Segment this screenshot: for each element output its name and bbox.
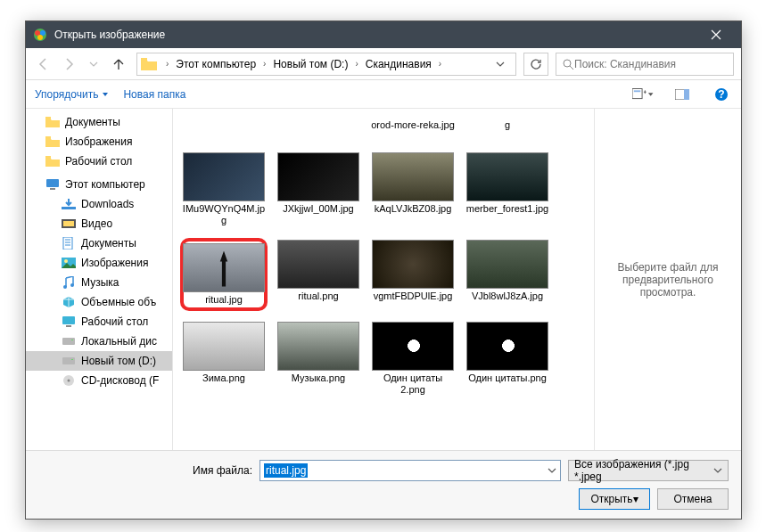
file-name: Один цитаты 2.png: [371, 372, 455, 396]
cancel-button[interactable]: Отмена: [657, 488, 729, 510]
file-thumbnail: [466, 240, 548, 289]
refresh-button[interactable]: [523, 53, 548, 76]
file-name: orod-more-reka.jpg: [371, 119, 455, 131]
filename-dropdown[interactable]: [548, 466, 556, 475]
open-dialog: Открыть изображение › Этот компьютер › Н…: [25, 20, 742, 520]
sidebar-item[interactable]: Новый том (D:): [26, 351, 172, 371]
file-item[interactable]: JXkjjwI_00M.jpg: [275, 151, 362, 228]
breadcrumb-dropdown[interactable]: [489, 60, 512, 69]
svg-point-3: [37, 35, 43, 40]
sidebar[interactable]: ДокументыИзображенияРабочий столЭтот ком…: [26, 109, 173, 450]
open-button[interactable]: Открыть ▾: [579, 488, 650, 510]
sidebar-item[interactable]: Изображения: [26, 253, 172, 273]
sidebar-item[interactable]: Рабочий стол: [26, 151, 172, 171]
preview-pane-button[interactable]: [671, 84, 693, 105]
video-icon: [62, 217, 76, 230]
main: orod-more-reka.jpggIMu9WQYnQ4M.jpgJXkjjw…: [173, 109, 741, 450]
recent-dropdown[interactable]: [83, 53, 104, 75]
svg-rect-4: [141, 58, 147, 61]
svg-rect-13: [45, 136, 51, 139]
file-list[interactable]: orod-more-reka.jpggIMu9WQYnQ4M.jpgJXkjjw…: [173, 109, 594, 450]
filename-label: Имя файла:: [38, 464, 252, 477]
close-button[interactable]: [698, 21, 734, 48]
help-button[interactable]: ?: [711, 84, 732, 105]
folder-icon: [45, 155, 60, 168]
search-input[interactable]: [556, 53, 734, 76]
svg-rect-28: [71, 340, 73, 340]
disk-icon: [62, 355, 76, 367]
sidebar-item[interactable]: Объемные объ: [26, 292, 172, 312]
sidebar-item[interactable]: Видео: [26, 214, 172, 233]
footer: Имя файла: ritual.jpg Все изображения (*…: [26, 450, 741, 519]
folder-icon: [45, 116, 60, 128]
file-thumbnail: [277, 152, 359, 201]
file-item[interactable]: Зима.png: [180, 320, 268, 397]
crumb-drive[interactable]: Новый том (D:): [271, 58, 350, 70]
svg-rect-15: [46, 179, 59, 187]
newfolder-button[interactable]: Новая папка: [123, 88, 185, 101]
file-name: IMu9WQYnQ4M.jpg: [182, 203, 266, 226]
chevron-right-icon: ›: [258, 59, 271, 69]
view-button[interactable]: [632, 84, 654, 105]
file-thumbnail: [372, 240, 454, 289]
chevron-right-icon: ›: [350, 59, 363, 69]
file-thumbnail: [372, 322, 454, 371]
file-item[interactable]: kAqLVJkBZ08.jpg: [369, 151, 457, 228]
downloads-icon: [62, 198, 76, 210]
file-item[interactable]: Один цитаты.png: [464, 320, 551, 397]
svg-rect-9: [684, 89, 689, 100]
sidebar-item-label: Документы: [81, 237, 136, 250]
svg-point-2: [40, 30, 45, 36]
sidebar-item[interactable]: Рабочий стол: [26, 312, 172, 331]
sidebar-item-label: Новый том (D:): [81, 355, 156, 367]
chevron-right-icon: ›: [161, 59, 174, 69]
search-field[interactable]: [574, 58, 728, 70]
back-button[interactable]: [33, 53, 54, 75]
sidebar-item[interactable]: CD-дисковод (F: [26, 371, 172, 390]
sidebar-item[interactable]: Этот компьютер: [26, 175, 172, 194]
sidebar-item[interactable]: Локальный дис: [26, 331, 172, 351]
search-icon: [562, 58, 574, 70]
preview-pane: Выберите файл для предварительного просм…: [594, 109, 741, 450]
filter-select[interactable]: Все изображения (*.jpg *.jpeg: [568, 460, 729, 481]
svg-rect-25: [62, 316, 75, 324]
folder-icon: [45, 135, 60, 148]
sidebar-item-label: Музыка: [81, 276, 119, 289]
organize-button[interactable]: Упорядочить: [35, 88, 109, 101]
file-item[interactable]: merber_forest1.jpg: [464, 151, 551, 228]
titlebar: Открыть изображение: [26, 21, 741, 48]
sidebar-item[interactable]: Downloads: [26, 194, 172, 214]
file-item[interactable]: ritual.jpg: [180, 238, 268, 311]
file-item[interactable]: IMu9WQYnQ4M.jpg: [180, 151, 268, 228]
file-item[interactable]: Один цитаты 2.png: [369, 320, 457, 397]
sidebar-item[interactable]: Изображения: [26, 132, 172, 151]
breadcrumb[interactable]: › Этот компьютер › Новый том (D:) › Скан…: [136, 53, 516, 76]
up-button[interactable]: [108, 53, 129, 75]
docs-icon: [62, 237, 76, 250]
file-item[interactable]: Музыка.png: [275, 320, 362, 397]
svg-rect-19: [63, 221, 74, 226]
filename-input[interactable]: ritual.jpg: [259, 460, 561, 481]
sidebar-item[interactable]: Музыка: [26, 273, 172, 292]
filter-value: Все изображения (*.jpg *.jpeg: [574, 458, 713, 483]
file-item[interactable]: ritual.png: [275, 238, 362, 311]
file-item[interactable]: g: [464, 116, 551, 133]
file-thumbnail: [466, 152, 548, 201]
svg-rect-12: [45, 117, 51, 119]
crumb-pc[interactable]: Этот компьютер: [174, 58, 258, 70]
cd-icon: [62, 374, 76, 387]
app-icon: [33, 28, 47, 42]
sidebar-item[interactable]: Документы: [26, 233, 172, 253]
file-item[interactable]: VJbl8wlJ8zA.jpg: [464, 238, 551, 311]
file-item[interactable]: vgmtFBDPUlE.jpg: [369, 238, 457, 311]
svg-point-5: [564, 60, 571, 67]
file-item[interactable]: orod-more-reka.jpg: [369, 116, 457, 133]
sidebar-item[interactable]: Документы: [26, 112, 172, 132]
svg-text:?: ?: [718, 88, 724, 101]
file-thumbnail: [372, 152, 454, 201]
forward-button[interactable]: [58, 53, 79, 75]
file-name: ritual.jpg: [205, 294, 243, 306]
sidebar-item-label: Изображения: [65, 135, 132, 148]
sidebar-item-label: Документы: [65, 116, 120, 128]
crumb-folder[interactable]: Скандинавия: [364, 58, 433, 70]
